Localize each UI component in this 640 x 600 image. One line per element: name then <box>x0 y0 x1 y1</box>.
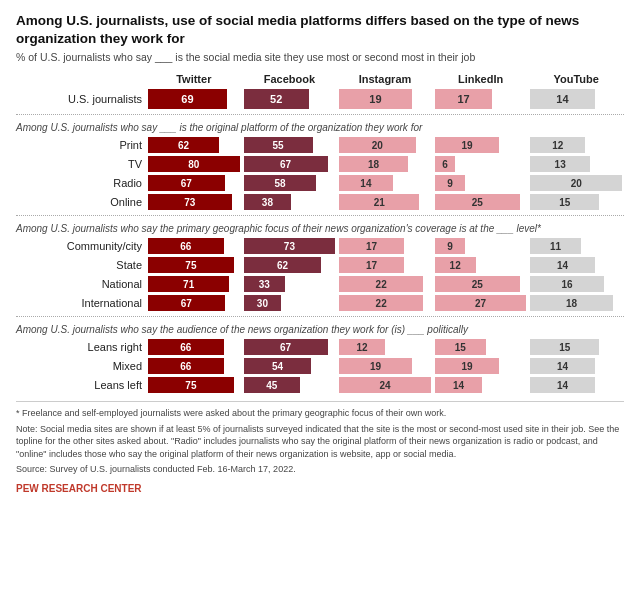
main-youtube-bar: 14 <box>530 89 594 109</box>
cell-2-0-1: 67 <box>242 339 338 355</box>
cell-1-2-4: 16 <box>528 276 624 292</box>
bar-2-0-1: 67 <box>244 339 328 355</box>
bar-1-2-2: 22 <box>339 276 423 292</box>
section-1: Among U.S. journalists who say the prima… <box>16 222 624 311</box>
cell-1-2-2: 22 <box>337 276 433 292</box>
cell-2-2-3: 14 <box>433 377 529 393</box>
cell-1-1-2: 17 <box>337 257 433 273</box>
column-headers: Twitter Facebook Instagram LinkedIn YouT… <box>16 71 624 87</box>
bar-0-3-2: 21 <box>339 194 419 210</box>
bar-1-2-0: 71 <box>148 276 229 292</box>
bar-0-2-0: 67 <box>148 175 225 191</box>
bar-2-2-3: 14 <box>435 377 482 393</box>
divider-1 <box>16 114 624 115</box>
footnotes: * Freelance and self-employed journalist… <box>16 401 624 496</box>
row-label-1-3: International <box>16 297 146 309</box>
bar-1-3-4: 18 <box>530 295 612 311</box>
cell-2-2-1: 45 <box>242 377 338 393</box>
main-facebook-cell: 52 <box>242 89 338 109</box>
section-label-0: Among U.S. journalists who say ___ is th… <box>16 121 624 134</box>
bar-2-1-3: 19 <box>435 358 499 374</box>
row-0-2: Radio675814920 <box>16 175 624 191</box>
bar-1-3-1: 30 <box>244 295 282 311</box>
bar-0-0-2: 20 <box>339 137 415 153</box>
sections-container: Among U.S. journalists who say ___ is th… <box>16 121 624 393</box>
bar-1-0-4: 11 <box>530 238 580 254</box>
main-row-label: U.S. journalists <box>16 93 146 105</box>
bar-2-0-3: 15 <box>435 339 486 355</box>
cell-0-1-2: 18 <box>337 156 433 172</box>
cell-2-2-2: 24 <box>337 377 433 393</box>
bar-1-3-2: 22 <box>339 295 423 311</box>
main-twitter-cell: 69 <box>146 89 242 109</box>
row-label-1-2: National <box>16 278 146 290</box>
bar-2-0-2: 12 <box>339 339 385 355</box>
col-header-youtube: YouTube <box>528 71 624 87</box>
cell-1-0-1: 73 <box>242 238 338 254</box>
cell-0-3-0: 73 <box>146 194 242 210</box>
cell-1-2-3: 25 <box>433 276 529 292</box>
cell-2-0-3: 15 <box>433 339 529 355</box>
row-label-2-0: Leans right <box>16 341 146 353</box>
bar-0-0-4: 12 <box>530 137 585 153</box>
row-1-3: International6730222718 <box>16 295 624 311</box>
cell-1-0-4: 11 <box>528 238 624 254</box>
chart-title: Among U.S. journalists, use of social me… <box>16 12 624 47</box>
col-header-instagram: Instagram <box>337 71 433 87</box>
cell-1-3-2: 22 <box>337 295 433 311</box>
cell-2-1-3: 19 <box>433 358 529 374</box>
col-header-linkedin: LinkedIn <box>433 71 529 87</box>
bar-2-0-4: 15 <box>530 339 599 355</box>
bar-0-0-3: 19 <box>435 137 499 153</box>
cell-0-1-3: 6 <box>433 156 529 172</box>
cell-2-2-0: 75 <box>146 377 242 393</box>
row-1-0: Community/city667317911 <box>16 238 624 254</box>
col-header-twitter: Twitter <box>146 71 242 87</box>
cell-1-0-0: 66 <box>146 238 242 254</box>
bar-1-0-0: 66 <box>148 238 224 254</box>
cell-2-1-1: 54 <box>242 358 338 374</box>
cell-0-2-2: 14 <box>337 175 433 191</box>
bar-2-1-2: 19 <box>339 358 412 374</box>
bar-1-1-3: 12 <box>435 257 476 273</box>
cell-0-0-3: 19 <box>433 137 529 153</box>
pew-label: PEW RESEARCH CENTER <box>16 482 624 496</box>
cell-1-3-4: 18 <box>528 295 624 311</box>
cell-1-2-1: 33 <box>242 276 338 292</box>
cell-1-1-3: 12 <box>433 257 529 273</box>
cell-2-2-4: 14 <box>528 377 624 393</box>
cell-1-1-1: 62 <box>242 257 338 273</box>
col-header-facebook: Facebook <box>242 71 338 87</box>
main-row: U.S. journalists 69 52 19 17 14 <box>16 89 624 109</box>
main-instagram-bar: 19 <box>339 89 412 109</box>
bar-1-1-2: 17 <box>339 257 404 273</box>
bar-2-1-1: 54 <box>244 358 312 374</box>
bar-1-2-4: 16 <box>530 276 603 292</box>
cell-0-1-0: 80 <box>146 156 242 172</box>
bar-2-0-0: 66 <box>148 339 224 355</box>
cell-2-1-2: 19 <box>337 358 433 374</box>
bar-2-2-1: 45 <box>244 377 300 393</box>
bar-0-1-1: 67 <box>244 156 328 172</box>
bar-0-0-0: 62 <box>148 137 219 153</box>
cell-2-1-4: 14 <box>528 358 624 374</box>
cell-0-3-3: 25 <box>433 194 529 210</box>
cell-0-0-4: 12 <box>528 137 624 153</box>
cell-1-0-3: 9 <box>433 238 529 254</box>
footnote-1: * Freelance and self-employed journalist… <box>16 407 624 420</box>
footnote-3: Source: Survey of U.S. journalists condu… <box>16 463 624 476</box>
bar-0-0-1: 55 <box>244 137 313 153</box>
bar-1-2-3: 25 <box>435 276 520 292</box>
footnote-2: Note: Social media sites are shown if at… <box>16 423 624 461</box>
main-instagram-cell: 19 <box>337 89 433 109</box>
row-2-2: Leans left7545241414 <box>16 377 624 393</box>
cell-0-3-1: 38 <box>242 194 338 210</box>
row-1-1: State7562171214 <box>16 257 624 273</box>
cell-1-3-3: 27 <box>433 295 529 311</box>
section-label-1: Among U.S. journalists who say the prima… <box>16 222 624 235</box>
section-2: Among U.S. journalists who say the audie… <box>16 323 624 393</box>
bar-1-0-2: 17 <box>339 238 404 254</box>
bar-2-2-4: 14 <box>530 377 594 393</box>
bar-0-2-4: 20 <box>530 175 622 191</box>
bar-1-1-0: 75 <box>148 257 234 273</box>
